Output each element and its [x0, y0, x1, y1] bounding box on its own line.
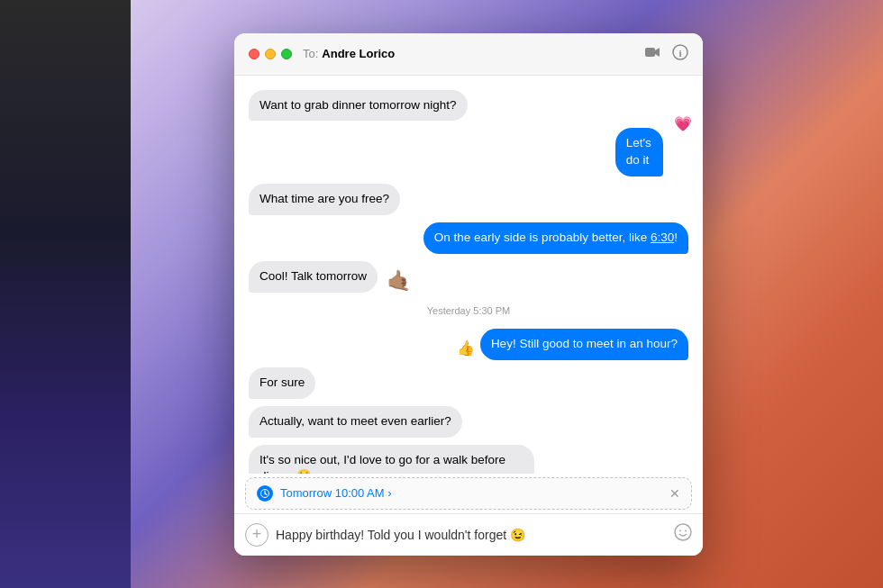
title-bar: To: Andre Lorico i: [234, 33, 703, 76]
svg-point-8: [685, 530, 687, 532]
close-button[interactable]: [249, 49, 259, 59]
message-row: Let's do it 💗: [249, 128, 688, 176]
svg-rect-0: [645, 48, 655, 57]
traffic-lights: [249, 49, 292, 59]
scheduled-icon: [257, 485, 273, 502]
input-area: + Happy birthday! Told you I wouldn't fo…: [234, 513, 703, 556]
maximize-button[interactable]: [281, 49, 292, 59]
svg-point-6: [675, 524, 691, 540]
add-button[interactable]: +: [245, 523, 269, 547]
messages-area: Want to grab dinner tomorrow night? Let'…: [234, 76, 703, 474]
scheduled-left: Tomorrow 10:00 AM ›: [257, 485, 392, 502]
info-icon[interactable]: i: [672, 44, 688, 64]
svg-point-7: [679, 530, 681, 532]
message-bubble: Want to grab dinner tomorrow night?: [249, 90, 468, 122]
add-icon: +: [252, 525, 262, 544]
recipient-info: To: Andre Lorico: [303, 47, 645, 60]
timestamp-row: Yesterday 5:30 PM: [249, 305, 688, 316]
message-row: Want to grab dinner tomorrow night?: [249, 90, 688, 122]
message-row: What time are you free?: [249, 184, 688, 215]
recipient-name: Andre Lorico: [322, 47, 395, 60]
memoji-sticker: 🤙🏽: [387, 269, 411, 293]
scheduled-close-button[interactable]: ✕: [669, 486, 680, 501]
timestamp: Yesterday 5:30 PM: [427, 305, 511, 316]
time-link[interactable]: 6:30: [651, 231, 674, 244]
message-row: On the early side is probably better, li…: [249, 222, 688, 254]
scheduled-bar[interactable]: Tomorrow 10:00 AM › ✕: [245, 477, 692, 510]
svg-text:i: i: [678, 47, 681, 58]
message-bubble: It's so nice out, I'd love to go for a w…: [249, 445, 534, 474]
message-row: 👍 Hey! Still good to meet in an hour?: [249, 329, 688, 360]
svg-line-5: [265, 493, 267, 495]
video-call-icon[interactable]: [645, 46, 661, 62]
titlebar-actions: i: [645, 44, 688, 64]
message-row: For sure: [249, 367, 688, 399]
message-bubble: Let's do it: [615, 128, 663, 176]
scheduled-text[interactable]: Tomorrow 10:00 AM ›: [280, 486, 392, 500]
message-bubble: Hey! Still good to meet in an hour?: [480, 329, 688, 360]
message-row: Cool! Talk tomorrow 🤙🏽: [249, 261, 688, 293]
message-bubble: On the early side is probably better, li…: [423, 222, 688, 254]
message-bubble: What time are you free?: [249, 184, 400, 215]
message-bubble: Actually, want to meet even earlier?: [249, 406, 462, 438]
message-row: It's so nice out, I'd love to go for a w…: [249, 445, 688, 474]
flame-emoji: 👍: [457, 339, 475, 357]
message-row: Actually, want to meet even earlier?: [249, 406, 688, 438]
message-bubble: For sure: [249, 367, 315, 399]
messages-window: To: Andre Lorico i Want to grab dinner t…: [234, 33, 703, 556]
message-input[interactable]: Happy birthday! Told you I wouldn't forg…: [276, 528, 667, 542]
sidebar-strip: [0, 0, 131, 588]
message-bubble: Cool! Talk tomorrow: [249, 261, 378, 293]
heart-reaction: 💗: [674, 115, 692, 132]
emoji-picker-button[interactable]: [674, 523, 692, 546]
minimize-button[interactable]: [265, 49, 276, 59]
to-label: To:: [303, 47, 318, 60]
